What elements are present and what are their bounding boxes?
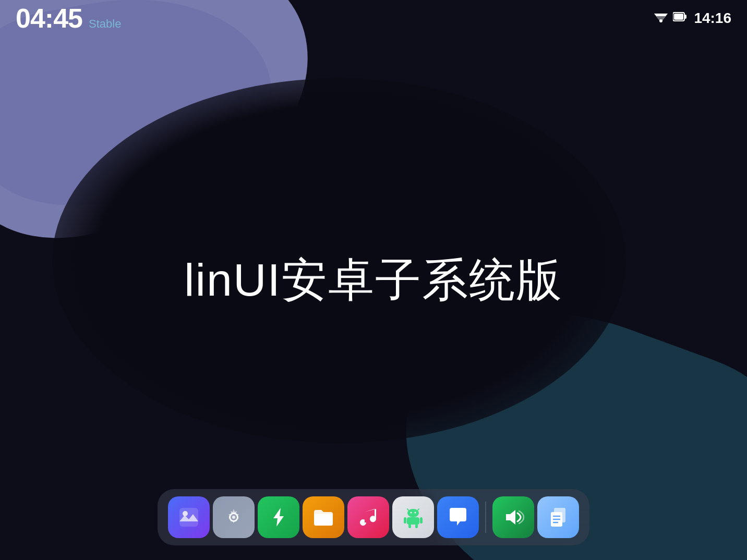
svg-point-7	[183, 511, 188, 516]
svg-rect-17	[404, 517, 406, 524]
svg-point-15	[415, 512, 416, 514]
music-app-icon[interactable]	[347, 496, 389, 538]
svg-rect-18	[420, 517, 423, 524]
svg-rect-19	[408, 524, 411, 528]
svg-rect-20	[415, 524, 418, 528]
copy-app-icon[interactable]	[537, 496, 579, 538]
svg-point-14	[411, 512, 412, 514]
dock-group-2	[492, 496, 579, 538]
files-app-icon[interactable]	[303, 496, 344, 538]
battery-icon	[673, 11, 686, 26]
settings-app-icon[interactable]	[213, 496, 255, 538]
main-title-container: linUI安卓子系统版	[184, 249, 563, 311]
speaker-app-icon[interactable]	[492, 496, 534, 538]
android-app-icon[interactable]	[392, 496, 434, 538]
main-title-text: linUI安卓子系统版	[184, 249, 563, 311]
svg-rect-4	[684, 15, 686, 19]
dock-separator	[485, 502, 486, 533]
bubble-app-icon[interactable]	[437, 496, 479, 538]
status-right: 14:16	[654, 10, 731, 27]
status-bar: 04:45 Stable 14:16	[0, 0, 747, 36]
dock-group-1	[168, 496, 479, 538]
dock	[158, 489, 589, 545]
svg-point-13	[407, 509, 419, 517]
svg-rect-16	[407, 517, 419, 525]
svg-point-2	[659, 19, 662, 22]
svg-point-10	[232, 516, 235, 519]
status-left: 04:45 Stable	[16, 5, 121, 32]
svg-rect-5	[674, 14, 683, 20]
uptime-display: 04:45	[16, 5, 82, 32]
gallery-app-icon[interactable]	[168, 496, 210, 538]
stability-label: Stable	[89, 17, 121, 31]
system-clock: 14:16	[694, 10, 731, 27]
svg-rect-6	[179, 508, 198, 527]
wifi-icon	[654, 11, 668, 26]
zap-app-icon[interactable]	[258, 496, 299, 538]
